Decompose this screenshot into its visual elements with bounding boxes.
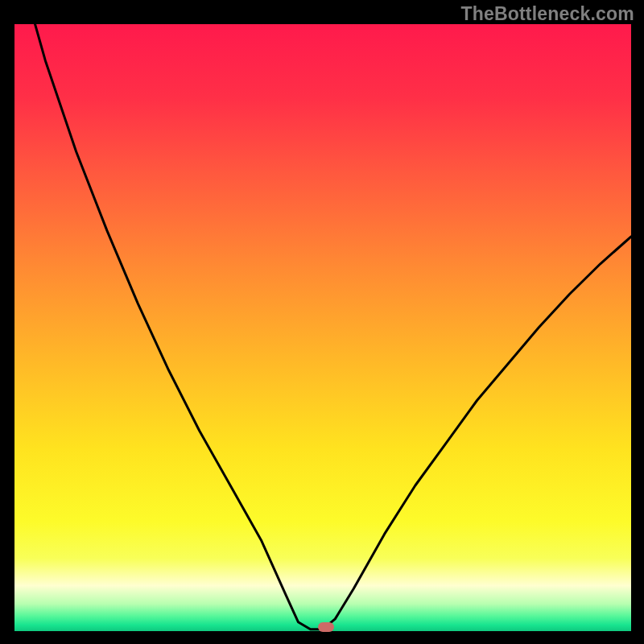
chart-svg <box>14 24 631 631</box>
chart-frame: TheBottleneck.com <box>0 0 644 644</box>
plot-area <box>14 24 631 631</box>
watermark-text: TheBottleneck.com <box>460 3 634 25</box>
optimal-marker <box>318 622 334 632</box>
